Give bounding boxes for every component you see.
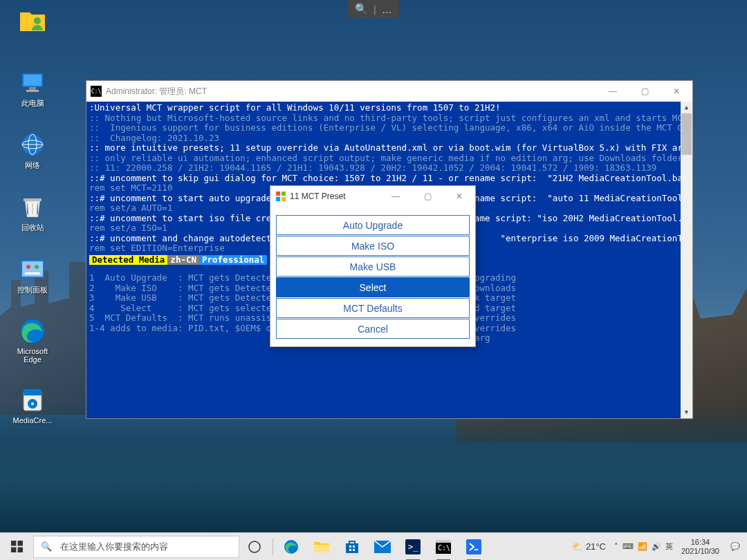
tray-indicators[interactable]: ˄ ⌨ 📶 🔊 英 [610, 533, 677, 561]
console-title-text: Administrator: 管理员: MCT [106, 86, 207, 97]
desktop-icon-label: Microsoft Edge [8, 347, 57, 364]
svg-point-13 [35, 265, 39, 269]
tray-weather[interactable]: ⛅ 21°C [568, 533, 610, 561]
taskbar-terminal[interactable]: >_ [398, 533, 428, 561]
scroll-up-icon[interactable]: ▲ [681, 102, 692, 113]
console-line: :: Ingenious support for business editio… [89, 123, 690, 133]
svg-rect-2 [24, 75, 42, 86]
taskbar-cmd[interactable]: C:\ [428, 533, 459, 561]
svg-point-0 [34, 17, 41, 24]
task-view-button[interactable] [239, 533, 270, 561]
svg-rect-33 [353, 545, 355, 548]
taskbar-edge[interactable] [276, 533, 306, 561]
minimize-button[interactable]: — [597, 81, 629, 102]
desktop-icon-mediacreation[interactable]: MediaCre... [8, 386, 57, 424]
svg-rect-40 [436, 540, 451, 543]
preset-button-auto-upgrade[interactable]: Auto Upgrade [276, 215, 470, 235]
tray-keyboard-icon[interactable]: ⌨ [622, 542, 634, 551]
svg-rect-4 [26, 90, 39, 92]
desktop-icon-recycle-bin[interactable]: 回收站 [8, 192, 57, 233]
svg-rect-30 [314, 545, 329, 552]
svg-rect-22 [276, 197, 280, 201]
svg-text:C:\: C:\ [438, 544, 450, 552]
weather-cloud-icon: ⛅ [572, 541, 583, 552]
preset-button-make-iso[interactable]: Make ISO [276, 236, 470, 256]
taskbar-store[interactable] [337, 533, 367, 561]
tray-chevron-up-icon[interactable]: ˄ [614, 542, 618, 551]
tray-date: 2021/10/30 [681, 547, 719, 556]
tray-clock[interactable]: 16:34 2021/10/30 [677, 533, 723, 561]
svg-point-12 [26, 265, 30, 269]
badge-lang: zh-CN [167, 255, 199, 265]
dialog-titlebar[interactable]: 11 MCT Preset — ▢ ✕ [270, 186, 475, 207]
tray-volume-icon[interactable]: 🔊 [652, 542, 661, 551]
mct-preset-dialog: 11 MCT Preset — ▢ ✕ Auto UpgradeMake ISO… [270, 185, 476, 347]
desktop-icon-label: 网络 [8, 160, 57, 171]
console-line: :: more intuitive presets; 11 setup over… [89, 143, 690, 153]
desktop-icon-this-pc[interactable]: 此电脑 [8, 68, 57, 109]
taskbar-powershell[interactable] [459, 533, 489, 561]
toolbar-separator: | [374, 3, 376, 15]
taskbar-separator [273, 539, 273, 555]
svg-rect-3 [29, 87, 36, 90]
zoom-icon[interactable]: 🔍 [355, 3, 368, 15]
svg-rect-17 [24, 390, 42, 395]
svg-point-28 [249, 541, 260, 552]
svg-rect-25 [17, 541, 22, 545]
desktop-icon-control-panel[interactable]: 控制面板 [8, 254, 57, 295]
viewer-toolbar: 🔍 | … [348, 0, 399, 18]
console-scrollbar[interactable]: ▲ ▼ [681, 102, 692, 418]
search-placeholder: 在这里输入你要搜索的内容 [60, 541, 168, 553]
dialog-close-button[interactable]: ✕ [443, 186, 475, 207]
scroll-thumb[interactable] [681, 113, 692, 155]
console-line: :: only reliable ui automation; enhanced… [89, 153, 690, 164]
this-pc-icon [18, 68, 47, 97]
more-icon[interactable]: … [382, 3, 392, 15]
desktop-icon-network[interactable]: 网络 [8, 130, 57, 171]
control-panel-icon [18, 254, 47, 283]
system-tray: ⛅ 21°C ˄ ⌨ 📶 🔊 英 16:34 2021/10/30 💬 [568, 533, 747, 561]
close-button[interactable]: ✕ [661, 81, 692, 102]
dialog-minimize-button[interactable]: — [380, 186, 412, 207]
preset-button-make-usb[interactable]: Make USB [276, 256, 470, 277]
weather-temp: 21°C [586, 541, 606, 552]
desktop-icon-label: 此电脑 [8, 98, 57, 109]
svg-rect-21 [282, 192, 286, 196]
preset-button-select[interactable]: Select [276, 277, 470, 297]
preset-button-cancel[interactable]: Cancel [276, 319, 470, 339]
console-line: :: Changelog: 2021.10.23 [89, 133, 690, 144]
svg-rect-31 [346, 543, 358, 553]
svg-text:>_: >_ [408, 542, 418, 552]
dialog-maximize-button[interactable]: ▢ [412, 186, 443, 207]
tray-time: 16:34 [691, 538, 710, 547]
search-icon: 🔍 [41, 541, 52, 552]
taskbar-search[interactable]: 🔍 在这里输入你要搜索的内容 [33, 536, 239, 558]
tray-network-icon[interactable]: 📶 [638, 542, 647, 551]
wallpaper-waves [0, 401, 747, 532]
console-line: :: Nothing but Microsoft-hosted source l… [89, 113, 690, 124]
tray-notifications-icon[interactable]: 💬 [723, 533, 747, 561]
svg-rect-26 [11, 548, 16, 552]
taskbar-mail[interactable] [367, 533, 398, 561]
svg-rect-35 [353, 549, 355, 551]
maximize-button[interactable]: ▢ [629, 81, 661, 102]
desktop-icon-label: 回收站 [8, 223, 57, 233]
user-folder-icon [18, 6, 47, 35]
tray-ime[interactable]: 英 [665, 541, 673, 552]
desktop-icon-edge[interactable]: Microsoft Edge [8, 317, 57, 364]
taskbar: 🔍 在这里输入你要搜索的内容 >_ C:\ ⛅ 21°C ˄ ⌨ 📶 🔊 英 1… [0, 532, 747, 560]
dialog-body: Auto UpgradeMake ISOMake USBSelectMCT De… [270, 207, 475, 346]
svg-point-19 [31, 402, 34, 405]
preset-button-mct-defaults[interactable]: MCT Defaults [276, 298, 470, 318]
svg-rect-24 [11, 541, 16, 545]
taskbar-explorer[interactable] [306, 533, 337, 561]
badge-detected-media: Detected Media [89, 255, 167, 265]
console-titlebar[interactable]: C:\ Administrator: 管理员: MCT — ▢ ✕ [86, 81, 692, 102]
desktop-icon-user-folder[interactable] [8, 6, 57, 36]
start-button[interactable] [0, 533, 33, 561]
cmd-icon: C:\ [91, 86, 102, 97]
scroll-down-icon[interactable]: ▼ [681, 407, 692, 418]
svg-rect-27 [17, 548, 22, 552]
svg-rect-32 [349, 545, 351, 548]
dialog-title-text: 11 MCT Preset [290, 192, 345, 201]
